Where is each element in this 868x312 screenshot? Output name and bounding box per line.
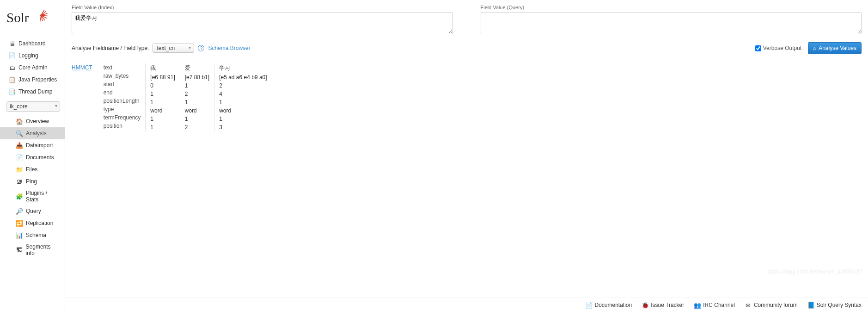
thread-dump-icon: 📑	[8, 88, 16, 95]
verbose-label: Verbose Output	[763, 45, 801, 51]
token-cell: word	[150, 106, 175, 115]
sidebar: Solr 🖥Dashboard 📄Logging 🗂Core Admin 📋Ja…	[0, 0, 65, 312]
nav-dashboard[interactable]: 🖥Dashboard	[0, 37, 65, 50]
row-label: end	[104, 88, 141, 97]
query-icon: 🔎	[16, 207, 23, 215]
nav-core-admin[interactable]: 🗂Core Admin	[0, 62, 65, 74]
nav-label: Dashboard	[18, 40, 46, 47]
core-admin-icon: 🗂	[8, 64, 16, 71]
nav-label: Logging	[18, 52, 38, 59]
token-cell: [e6 88 91]	[150, 73, 175, 81]
nav-analysis[interactable]: 🔍Analysis	[0, 127, 65, 139]
nav-label: Dataimport	[26, 142, 53, 149]
token-cell: 爱	[185, 63, 209, 73]
help-icon[interactable]: ?	[198, 45, 204, 51]
verbose-checkbox[interactable]	[755, 45, 761, 51]
nav-label: Ping	[26, 178, 37, 185]
book-icon: 📘	[808, 302, 814, 308]
footer-community[interactable]: ✉Community forum	[745, 302, 798, 308]
token-cell: 4	[219, 90, 267, 98]
nav-logging[interactable]: 📄Logging	[0, 50, 65, 62]
plugins-icon: 🧩	[16, 193, 23, 200]
analyse-field-label: Analyse Fieldname / FieldType:	[72, 45, 149, 51]
nav-label: Schema	[26, 232, 46, 238]
row-label: raw_bytes	[104, 72, 141, 80]
nav-label: Segments info	[26, 243, 60, 256]
bug-icon: 🐞	[642, 302, 648, 308]
footer-irc[interactable]: 👥IRC Channel	[694, 302, 735, 308]
token-cell: word	[219, 106, 267, 115]
nav-dataimport[interactable]: 📥Dataimport	[0, 139, 65, 151]
nav-thread-dump[interactable]: 📑Thread Dump	[0, 86, 65, 98]
nav-overview[interactable]: 🏠Overview	[0, 115, 65, 127]
row-label: position	[104, 122, 141, 130]
token-cell: 我	[150, 63, 175, 73]
nav-main: 🖥Dashboard 📄Logging 🗂Core Admin 📋Java Pr…	[0, 37, 65, 98]
footer-documentation[interactable]: 📄Documentation	[586, 302, 632, 308]
field-index-input[interactable]	[72, 12, 453, 34]
token-cell: 1	[185, 115, 209, 123]
java-props-icon: 📋	[8, 76, 16, 83]
dashboard-icon: 🖥	[8, 40, 16, 47]
schema-browser-label: Schema Browser	[208, 45, 250, 51]
nav-core: 🏠Overview 🔍Analysis 📥Dataimport 📄Documen…	[0, 115, 65, 259]
main: Field Value (Index) Field Value (Query) …	[65, 0, 868, 312]
field-query-input[interactable]	[481, 12, 862, 34]
token-cell: 2	[185, 123, 209, 131]
footer-label: Community forum	[754, 302, 798, 308]
token-cell: 1	[219, 98, 267, 106]
nav-label: Overview	[26, 118, 49, 125]
row-label: termFrequency	[104, 113, 141, 122]
overview-icon: 🏠	[16, 118, 23, 125]
ping-icon: 🖳	[16, 178, 23, 185]
segments-icon: 🏗	[16, 246, 23, 254]
analyse-button[interactable]: ⌕ Analyse Values	[808, 42, 862, 54]
footer-query-syntax[interactable]: 📘Solr Query Syntax	[808, 302, 862, 308]
token-col: 学习 [e5 ad a6 e4 b9 a0] 2 4 1 word 1 3	[214, 63, 271, 131]
fieldtype-select[interactable]: text_cn	[153, 44, 194, 53]
token-cell: [e5 ad a6 e4 b9 a0]	[219, 73, 267, 81]
footer-label: Solr Query Syntax	[817, 302, 862, 308]
core-selected-label: ik_core	[10, 103, 28, 110]
nav-plugins[interactable]: 🧩Plugins / Stats	[0, 187, 65, 205]
nav-schema[interactable]: 📊Schema	[0, 229, 65, 241]
nav-query[interactable]: 🔎Query	[0, 205, 65, 217]
analyse-button-label: Analyse Values	[819, 45, 856, 51]
schema-browser-link[interactable]: Schema Browser	[208, 45, 250, 51]
nav-java-properties[interactable]: 📋Java Properties	[0, 74, 65, 86]
verbose-checkbox-wrap[interactable]: Verbose Output	[755, 45, 801, 51]
funnel-icon: ⌕	[813, 45, 816, 51]
logo: Solr	[0, 4, 65, 37]
token-cell: 3	[219, 123, 267, 131]
token-cell: 1	[150, 90, 175, 98]
nav-label: Core Admin	[18, 64, 48, 71]
footer-issue-tracker[interactable]: 🐞Issue Tracker	[642, 302, 684, 308]
nav-files[interactable]: 📁Files	[0, 163, 65, 175]
nav-label: Java Properties	[18, 76, 57, 83]
nav-replication[interactable]: 🔁Replication	[0, 217, 65, 229]
core-selector[interactable]: ik_core	[6, 101, 60, 112]
footer: 📄Documentation 🐞Issue Tracker 👥IRC Chann…	[65, 298, 868, 312]
token-cell: 1	[185, 98, 209, 106]
result-table: text raw_bytes start end positionLength …	[99, 63, 272, 131]
token-cell: 1	[219, 115, 267, 123]
fieldtype-value: text_cn	[157, 45, 175, 51]
nav-ping[interactable]: 🖳Ping	[0, 175, 65, 187]
row-label: type	[104, 105, 141, 113]
field-index-label: Field Value (Index)	[72, 5, 453, 10]
documents-icon: 📄	[16, 154, 23, 161]
dataimport-icon: 📥	[16, 142, 23, 149]
nav-documents[interactable]: 📄Documents	[0, 151, 65, 163]
footer-label: Issue Tracker	[651, 302, 684, 308]
token-cell: 0	[150, 81, 175, 90]
nav-label: Plugins / Stats	[26, 190, 60, 203]
analysis-icon: 🔍	[16, 130, 23, 137]
analysis-results: HMMCT text raw_bytes start end positionL…	[72, 63, 862, 131]
field-query-col: Field Value (Query)	[481, 5, 862, 36]
footer-label: IRC Channel	[703, 302, 735, 308]
row-label: text	[104, 63, 141, 72]
nav-segments[interactable]: 🏗Segments info	[0, 241, 65, 259]
nav-label: Thread Dump	[18, 88, 52, 95]
analyzer-name[interactable]: HMMCT	[72, 63, 92, 131]
nav-label: Documents	[26, 154, 54, 161]
